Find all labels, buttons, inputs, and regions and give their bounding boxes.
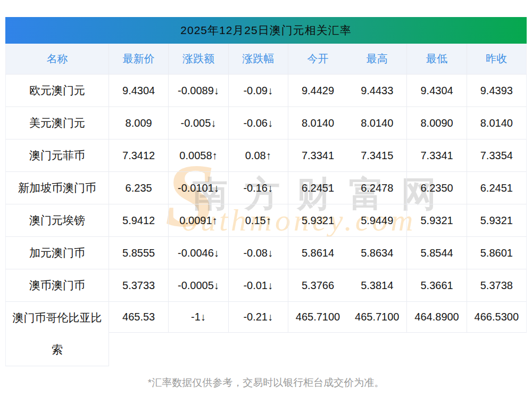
open-price-cell: 9.4429 — [288, 75, 347, 107]
low-price-cell: 9.4304 — [407, 75, 467, 107]
table-row: 澳门元菲币 7.3412 0.0058↑ 0.08↑ 7.3341 7.3415… — [5, 139, 527, 172]
currency-pair-name: 加元澳门币 — [5, 237, 109, 269]
column-header-name: 名称 — [5, 44, 109, 74]
column-header-low: 最低 — [407, 44, 467, 74]
prev-close-cell: 466.5300 — [467, 302, 527, 333]
high-price-cell: 9.4433 — [347, 75, 407, 107]
high-price-cell: 5.3814 — [347, 269, 407, 302]
open-price-cell: 7.3341 — [288, 139, 347, 172]
change-amount-cell: -0.005↓ — [169, 107, 228, 139]
currency-pair-name: 澳门币哥伦比亚比索 — [5, 302, 109, 366]
disclaimer-note: *汇率数据仅供参考，交易时以银行柜台成交价为准。 — [0, 376, 532, 390]
table-row: 欧元澳门元 9.4304 -0.0089↓ -0.09↓ 9.4429 9.44… — [5, 75, 527, 107]
prev-close-cell: 7.3354 — [467, 139, 527, 172]
open-price-cell: 5.3766 — [288, 269, 347, 302]
last-price-cell: 465.53 — [109, 302, 169, 333]
table-body: 欧元澳门元 9.4304 -0.0089↓ -0.09↓ 9.4429 9.44… — [5, 75, 527, 366]
last-price-cell: 8.009 — [109, 107, 169, 139]
change-percent-cell: -0.09↓ — [229, 75, 288, 107]
low-price-cell: 5.8544 — [407, 237, 467, 269]
prev-close-cell: 8.0140 — [467, 107, 527, 139]
low-price-cell: 464.8900 — [407, 302, 467, 333]
open-price-cell: 5.9321 — [288, 204, 347, 237]
change-amount-cell: 0.0058↑ — [169, 139, 228, 172]
change-amount-cell: -1↓ — [169, 302, 228, 333]
currency-pair-name: 澳门元菲币 — [5, 139, 109, 172]
change-amount-cell: -0.0005↓ — [169, 269, 228, 302]
last-price-cell: 7.3412 — [109, 139, 169, 172]
prev-close-cell: 5.8601 — [467, 237, 527, 269]
currency-pair-name: 欧元澳门元 — [5, 75, 109, 107]
column-header-open: 今开 — [288, 44, 347, 74]
low-price-cell: 8.0090 — [407, 107, 467, 139]
open-price-cell: 6.2451 — [288, 172, 347, 204]
currency-pair-name: 澳币澳门币 — [5, 269, 109, 302]
exchange-rate-page: S 南方财富网 outhmoney.com 2025年12月25日澳门元相关汇率… — [0, 0, 532, 403]
table-row: 澳门元埃镑 5.9412 0.0091↑ 0.15↑ 5.9321 5.9449… — [5, 204, 527, 237]
high-price-cell: 5.8634 — [347, 237, 407, 269]
last-price-cell: 5.9412 — [109, 204, 169, 237]
last-price-cell: 5.3733 — [109, 269, 169, 302]
change-amount-cell: -0.0046↓ — [169, 237, 228, 269]
last-price-cell: 5.8555 — [109, 237, 169, 269]
prev-close-cell: 5.9321 — [467, 204, 527, 237]
last-price-cell: 6.235 — [109, 172, 169, 204]
table-row: 新加坡币澳门币 6.235 -0.0101↓ -0.16↓ 6.2451 6.2… — [5, 172, 527, 204]
change-amount-cell: 0.0091↑ — [169, 204, 228, 237]
change-percent-cell: -0.01↓ — [229, 269, 288, 302]
high-price-cell: 6.2478 — [347, 172, 407, 204]
open-price-cell: 5.8614 — [288, 237, 347, 269]
currency-pair-name: 澳门元埃镑 — [5, 204, 109, 237]
high-price-cell: 7.3415 — [347, 139, 407, 172]
column-header-pct: 涨跌幅 — [229, 44, 288, 74]
change-percent-cell: 0.15↑ — [229, 204, 288, 237]
low-price-cell: 5.9321 — [407, 204, 467, 237]
table-row: 加元澳门币 5.8555 -0.0046↓ -0.08↓ 5.8614 5.86… — [5, 237, 527, 269]
prev-close-cell: 6.2451 — [467, 172, 527, 204]
currency-pair-name: 美元澳门元 — [5, 107, 109, 139]
column-header-change: 涨跌额 — [169, 44, 228, 74]
prev-close-cell: 9.4393 — [467, 75, 527, 107]
change-percent-cell: 0.08↑ — [229, 139, 288, 172]
currency-pair-name: 新加坡币澳门币 — [5, 172, 109, 204]
open-price-cell: 8.0140 — [288, 107, 347, 139]
table-title: 2025年12月25日澳门元相关汇率 — [180, 23, 351, 38]
table-title-banner: 2025年12月25日澳门元相关汇率 — [5, 17, 527, 44]
open-price-cell: 465.7100 — [288, 302, 347, 333]
column-header-row: 名称 最新价 涨跌额 涨跌幅 今开 最高 最低 昨收 — [5, 44, 527, 75]
change-percent-cell: -0.06↓ — [229, 107, 288, 139]
last-price-cell: 9.4304 — [109, 75, 169, 107]
column-header-high: 最高 — [347, 44, 407, 74]
column-header-last: 最新价 — [109, 44, 169, 74]
prev-close-cell: 5.3738 — [467, 269, 527, 302]
change-amount-cell: -0.0089↓ — [169, 75, 228, 107]
change-amount-cell: -0.0101↓ — [169, 172, 228, 204]
table-row: 美元澳门元 8.009 -0.005↓ -0.06↓ 8.0140 8.0140… — [5, 107, 527, 139]
table-row: 澳门币哥伦比亚比索 465.53 -1↓ -0.21↓ 465.7100 465… — [5, 302, 527, 366]
low-price-cell: 7.3341 — [407, 139, 467, 172]
change-percent-cell: -0.08↓ — [229, 237, 288, 269]
column-header-prev: 昨收 — [467, 44, 527, 74]
rate-table: S 南方财富网 outhmoney.com 2025年12月25日澳门元相关汇率… — [5, 17, 527, 366]
table-row: 澳币澳门币 5.3733 -0.0005↓ -0.01↓ 5.3766 5.38… — [5, 269, 527, 302]
low-price-cell: 5.3661 — [407, 269, 467, 302]
low-price-cell: 6.2350 — [407, 172, 467, 204]
high-price-cell: 465.7100 — [347, 302, 407, 333]
high-price-cell: 5.9449 — [347, 204, 407, 237]
change-percent-cell: -0.16↓ — [229, 172, 288, 204]
change-percent-cell: -0.21↓ — [229, 302, 288, 333]
high-price-cell: 8.0140 — [347, 107, 407, 139]
